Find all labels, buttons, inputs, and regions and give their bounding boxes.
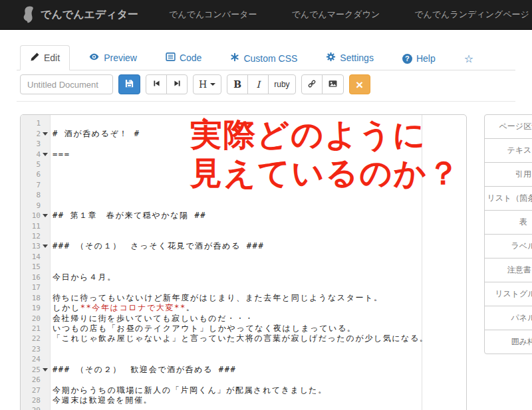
editor-line: 17 xyxy=(21,282,466,292)
line-text: しかし**今年はコロナで大変**。 xyxy=(50,302,195,314)
line-text: 会社帰りに街を歩いていても寂しいものだ・・・ xyxy=(50,313,254,324)
line-text: ## 第１章 春が来て穏やかな陽 ## xyxy=(50,210,206,221)
editor-lines: 12# 酒が呑めるぞ！ #34===5678910## 第１章 春が来て穏やかな… xyxy=(21,118,466,410)
document-title-input[interactable] xyxy=(20,74,113,94)
line-text: 待ちに待ってもいないけど新年度がはじまり、また去年と同じようなスタート。 xyxy=(50,292,383,304)
italic-button[interactable]: I xyxy=(247,74,269,94)
sidebar-snippet-button[interactable]: パネル xyxy=(484,306,532,330)
sidebar-snippet-button[interactable]: テキスト xyxy=(484,138,532,163)
denden-editor-app: でんでんエディター でんでんコンバーター でんでんマークダウン でんでんランディ… xyxy=(0,0,532,410)
ruby-button[interactable]: ruby xyxy=(268,74,295,94)
line-text: ### （その２） 歓迎会で酒が呑める ### xyxy=(50,364,236,375)
brand-home-link[interactable]: でんでんエディター xyxy=(23,5,138,24)
code-list-icon xyxy=(166,52,176,64)
sidebar-snippet-button[interactable]: 表 xyxy=(484,210,532,235)
fold-arrow-icon[interactable] xyxy=(43,368,48,371)
fold-slot xyxy=(41,368,50,371)
line-number: 8 xyxy=(21,191,41,199)
line-number: 2 xyxy=(21,130,41,138)
line-text: === xyxy=(50,150,70,159)
star-icon: ☆ xyxy=(464,54,473,64)
line-number: 25 xyxy=(21,365,41,374)
editor-line: 29 xyxy=(21,405,466,410)
navigation-button-group xyxy=(146,74,188,94)
fold-arrow-icon[interactable] xyxy=(43,153,48,156)
line-number: 22 xyxy=(21,334,41,343)
line-number: 21 xyxy=(21,324,41,333)
line-text: 今週末は歓迎会を開催。 xyxy=(50,395,152,406)
tab-label: Help xyxy=(416,53,436,64)
line-number: 29 xyxy=(21,406,41,410)
line-number: 1 xyxy=(21,119,41,128)
eye-icon xyxy=(88,52,100,64)
line-number: 23 xyxy=(21,345,41,354)
line-number: 3 xyxy=(21,140,41,148)
save-button[interactable] xyxy=(118,74,140,94)
editor-line: 5 xyxy=(21,159,466,169)
editor-line: 6 xyxy=(21,169,466,179)
skip-to-end-button[interactable] xyxy=(166,74,188,94)
tab-label: Custom CSS xyxy=(243,53,297,64)
skip-to-start-button[interactable] xyxy=(146,74,167,94)
editor-line: 15 xyxy=(21,262,466,272)
line-text: いつもの店も「お昼のテイクアウト」しかやってなく夜はしまっている。 xyxy=(50,323,356,334)
denden-mascot-icon xyxy=(23,5,36,24)
sidebar-snippet-button[interactable]: 注意書き xyxy=(484,258,532,282)
fold-arrow-icon[interactable] xyxy=(43,132,48,136)
heading-dropdown-button[interactable]: H xyxy=(193,74,221,94)
pencil-icon xyxy=(30,52,40,64)
editor-line: 27今期からうちの職場に新人の「片岡くん」が配属されてきました。 xyxy=(21,385,466,395)
sidebar-snippet-button[interactable]: ページ区切り xyxy=(484,114,532,139)
top-navbar: でんでんエディター でんでんコンバーター でんでんマークダウン でんでんランディ… xyxy=(0,0,532,30)
sidebar-snippet-button[interactable]: 引用 xyxy=(484,162,532,187)
line-number: 28 xyxy=(21,396,41,405)
editor-line: 23 xyxy=(21,344,466,354)
line-number: 20 xyxy=(21,314,41,323)
fold-arrow-icon[interactable] xyxy=(43,214,48,217)
editor-line: 11 xyxy=(21,221,466,231)
editor-toolbar: H B I ruby xyxy=(20,74,370,94)
line-number: 24 xyxy=(21,355,41,363)
editor-line: 21いつもの店も「お昼のテイクアウト」しかやってなく夜はしまっている。 xyxy=(21,324,466,334)
tab-code[interactable]: Code xyxy=(156,45,211,70)
link-chain-icon xyxy=(307,79,317,90)
editor-line: 25### （その２） 歓迎会で酒が呑める ### xyxy=(21,365,466,375)
tab-favorite[interactable]: ☆ xyxy=(454,47,483,70)
tab-settings[interactable]: Settings xyxy=(316,45,384,70)
navbar-menu: でんでんコンバーター でんでんマークダウン でんでんランディングページ xyxy=(169,9,529,21)
close-icon: × xyxy=(356,78,363,91)
link-button[interactable] xyxy=(301,74,323,94)
line-text: 「これじゃ飲み屋じゃないよ」と言っていた大将の言葉が寂しげだったのが少し気になる… xyxy=(50,333,428,344)
sidebar-snippet-button[interactable]: ラベル xyxy=(484,234,532,258)
sidebar-snippet-button[interactable]: リスト（箇条書き） xyxy=(484,186,532,211)
fold-slot xyxy=(41,132,50,136)
editor-line: 28今週末は歓迎会を開催。 xyxy=(21,395,466,405)
fold-slot xyxy=(41,153,50,156)
editor-line: 1 xyxy=(21,118,466,128)
sidebar-snippet-button[interactable]: リストグループ xyxy=(484,282,532,306)
nav-item-converter[interactable]: でんでんコンバーター xyxy=(169,9,257,21)
sidebar-snippet-button[interactable]: 囲み枠 xyxy=(484,330,532,354)
line-number: 4 xyxy=(21,150,41,159)
editor-line: 22「これじゃ飲み屋じゃないよ」と言っていた大将の言葉が寂しげだったのが少し気に… xyxy=(21,334,466,344)
tab-preview[interactable]: Preview xyxy=(78,45,147,70)
format-button-group: B I ruby xyxy=(227,74,295,94)
close-document-button[interactable]: × xyxy=(349,74,370,94)
nav-item-landing-page[interactable]: でんでんランディングページ xyxy=(414,9,529,21)
tab-help[interactable]: ? Help xyxy=(392,47,446,70)
image-button[interactable] xyxy=(322,74,344,94)
line-number: 12 xyxy=(21,232,41,241)
editor-line: 8 xyxy=(21,190,466,200)
line-number: 27 xyxy=(21,386,41,395)
brand-label: でんでんエディター xyxy=(41,8,138,22)
nav-item-markdown[interactable]: でんでんマークダウン xyxy=(291,9,380,21)
bold-button[interactable]: B xyxy=(227,74,248,94)
editor-line: 24 xyxy=(21,354,466,364)
tab-custom-css[interactable]: Custom CSS xyxy=(220,46,307,70)
gear-icon xyxy=(326,52,336,64)
fold-arrow-icon[interactable] xyxy=(43,245,48,248)
chevron-down-icon xyxy=(210,83,215,86)
fold-slot xyxy=(41,214,50,217)
markdown-editor[interactable]: 12# 酒が呑めるぞ！ #34===5678910## 第１章 春が来て穏やかな… xyxy=(20,114,467,410)
tab-edit[interactable]: Edit xyxy=(20,45,70,70)
